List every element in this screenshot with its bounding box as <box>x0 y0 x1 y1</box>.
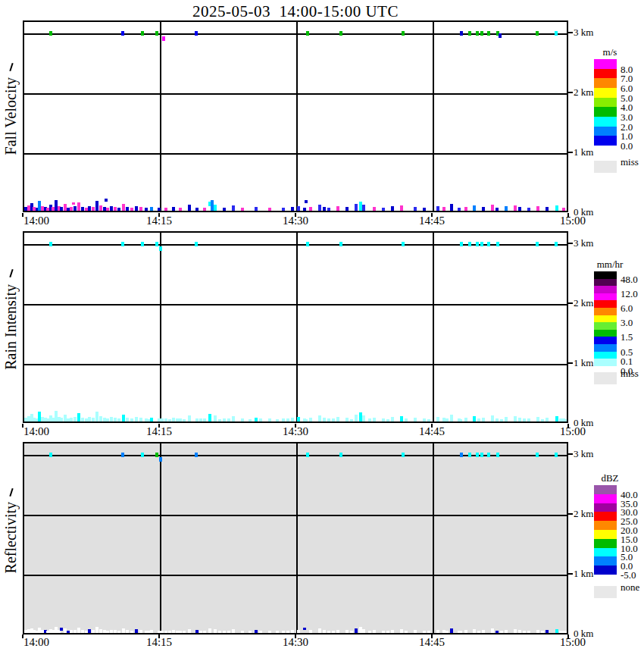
time-gridline <box>296 233 298 421</box>
ylabel-wrap-rain-intensity: Rain Intensity <box>2 231 20 423</box>
data-speck <box>99 416 102 421</box>
legend-band <box>594 107 617 117</box>
data-speck <box>286 631 289 633</box>
legend-band-label: 48.0 <box>621 274 638 286</box>
height-gridline <box>24 364 567 365</box>
data-speck <box>203 208 206 211</box>
legend-band <box>594 88 617 98</box>
data-speck <box>122 204 125 211</box>
data-speck <box>499 33 502 38</box>
height-gridline <box>24 515 567 516</box>
legend-band <box>594 300 617 308</box>
data-speck <box>491 628 494 633</box>
data-speck <box>49 453 52 457</box>
data-speck <box>130 631 133 633</box>
data-speck <box>536 206 539 211</box>
height-tick-label: 3 km <box>574 448 593 460</box>
height-gridline <box>24 33 567 35</box>
data-speck <box>355 628 358 633</box>
data-speck <box>168 419 171 421</box>
data-speck <box>487 242 490 246</box>
data-speck <box>99 205 102 211</box>
data-speck <box>95 627 98 633</box>
data-speck <box>162 36 165 41</box>
data-speck <box>318 628 321 633</box>
data-speck <box>427 631 430 633</box>
data-speck <box>73 206 77 211</box>
height-tick-label: 1 km <box>574 568 593 580</box>
time-gridline <box>160 22 161 211</box>
data-speck <box>391 630 394 633</box>
legend-missing-swatch <box>594 161 617 173</box>
data-speck <box>436 206 439 211</box>
data-speck <box>518 207 521 211</box>
height-gridline <box>24 304 567 306</box>
data-speck <box>110 206 113 211</box>
data-speck <box>436 630 439 633</box>
data-speck <box>546 630 549 633</box>
data-speck <box>241 208 244 211</box>
data-speck <box>139 418 142 421</box>
data-speck <box>77 202 80 211</box>
data-speck <box>402 31 405 36</box>
x-tick <box>22 424 23 428</box>
data-speck <box>555 629 558 633</box>
legend-band <box>594 503 617 512</box>
data-speck <box>336 417 339 421</box>
height-gridline <box>24 244 567 246</box>
data-speck <box>227 631 230 633</box>
data-speck <box>306 31 309 36</box>
data-speck <box>523 418 526 421</box>
data-speck <box>223 418 226 421</box>
height-tick <box>568 92 573 93</box>
data-speck <box>208 628 211 633</box>
data-speck <box>85 631 88 633</box>
data-speck <box>161 418 164 421</box>
data-speck <box>482 207 485 211</box>
data-speck <box>350 419 353 421</box>
data-speck <box>126 207 129 211</box>
data-speck <box>436 417 439 421</box>
data-speck <box>482 418 485 421</box>
data-speck <box>514 416 517 421</box>
data-speck <box>458 208 461 211</box>
legend-missing-label: none <box>621 581 639 594</box>
data-speck <box>249 631 252 633</box>
data-speck <box>218 419 221 421</box>
data-speck <box>214 415 217 421</box>
data-speck <box>259 418 262 421</box>
data-speck <box>73 417 77 421</box>
data-speck <box>355 415 358 421</box>
data-speck <box>159 457 162 462</box>
data-speck <box>350 631 353 633</box>
height-tick-label: 0 km <box>574 628 593 640</box>
data-speck <box>536 453 539 457</box>
height-tick-label: 1 km <box>574 146 593 158</box>
data-speck <box>332 631 335 633</box>
legend-band <box>594 271 617 279</box>
data-speck <box>460 31 463 36</box>
data-speck <box>232 416 235 421</box>
data-speck <box>214 205 217 211</box>
data-speck <box>527 418 530 421</box>
ylabel-rain-intensity: Rain Intensity <box>2 284 20 370</box>
data-speck <box>195 453 198 457</box>
legend-band <box>594 127 617 136</box>
data-speck <box>480 242 483 246</box>
x-tick <box>22 213 23 217</box>
legend-band <box>594 308 617 315</box>
data-speck <box>179 418 182 421</box>
legend-band <box>594 359 617 366</box>
data-speck <box>291 418 294 421</box>
data-speck <box>482 630 485 633</box>
legend-band-label: 1.5 <box>621 331 633 343</box>
legend-band <box>594 136 617 146</box>
data-speck <box>555 416 558 421</box>
data-speck <box>106 208 109 211</box>
data-speck <box>309 207 312 211</box>
legend-band <box>594 352 617 359</box>
data-speck <box>77 628 80 633</box>
data-speck <box>255 207 258 211</box>
data-speck <box>276 631 279 633</box>
data-speck <box>562 631 565 633</box>
